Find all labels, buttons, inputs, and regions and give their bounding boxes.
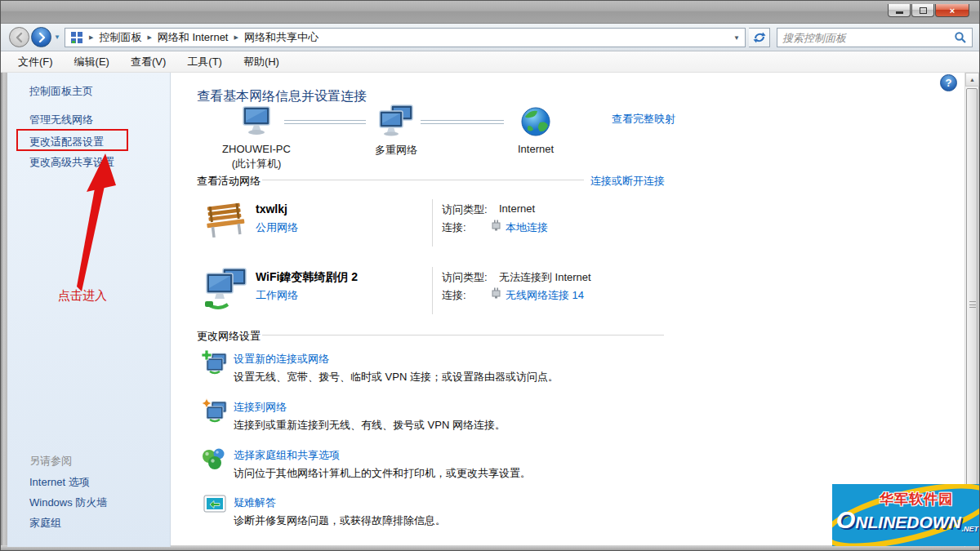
vertical-scrollbar[interactable]: ▲ ▼ <box>964 73 978 547</box>
ethernet-plug-icon <box>491 219 501 232</box>
troubleshoot-icon <box>203 494 226 515</box>
multi-network-icon[interactable] <box>376 104 416 140</box>
homegroup-icon <box>200 446 228 472</box>
search-box <box>777 28 973 47</box>
network-category-link[interactable]: 工作网络 <box>256 288 298 303</box>
minimize-icon <box>896 11 903 14</box>
homegroup-options-link[interactable]: 选择家庭组和共享选项 <box>234 448 340 463</box>
troubleshoot-desc: 诊断并修复网络问题，或获得故障排除信息。 <box>234 513 446 528</box>
page-title: 查看基本网络信息并设置连接 <box>197 88 367 105</box>
menu-edit[interactable]: 编辑(E) <box>67 55 117 69</box>
work-network-computers-icon <box>203 267 251 313</box>
onlinedown-watermark: 华军软件园 ONLINEDOWN .NET <box>832 484 980 546</box>
watermark-big-o: O <box>836 506 855 533</box>
annotation-label: 点击进入 <box>58 288 107 304</box>
scroll-up-button[interactable]: ▲ <box>965 73 979 87</box>
computer-sub-label: (此计算机) <box>212 157 301 171</box>
close-button[interactable]: × <box>935 4 969 17</box>
sidebar-item-internet-options[interactable]: Internet 选项 <box>29 475 90 490</box>
sidebar-item-manage-wireless[interactable]: 管理无线网络 <box>29 113 93 127</box>
annotation-highlight-box <box>16 129 128 151</box>
setup-new-connection-link[interactable]: 设置新的连接或网络 <box>234 352 329 367</box>
minimize-button[interactable] <box>888 4 911 17</box>
section-divider <box>262 180 584 180</box>
back-arrow-icon <box>14 32 25 43</box>
network-category-link[interactable]: 公用网络 <box>256 220 298 235</box>
access-type-value: Internet <box>499 202 535 215</box>
this-computer-icon[interactable] <box>239 104 274 139</box>
window-titlebar[interactable]: × <box>1 1 979 24</box>
search-input[interactable] <box>782 32 954 44</box>
menu-tools[interactable]: 工具(T) <box>180 55 229 69</box>
column-divider <box>432 199 433 247</box>
active-networks-header: 查看活动网络 <box>197 174 261 189</box>
access-type-label: 访问类型: <box>442 270 488 285</box>
connection-label: 连接: <box>442 220 466 235</box>
column-divider <box>432 267 433 314</box>
public-network-bench-icon <box>202 199 249 243</box>
map-connection-line <box>421 120 504 124</box>
window-controls: × <box>887 4 969 17</box>
menu-view[interactable]: 查看(V) <box>123 55 173 69</box>
address-bar[interactable]: ▶ 控制面板 ▶ 网络和 Internet ▶ 网络和共享中心 ▼ <box>65 28 746 47</box>
sidebar-item-homegroup[interactable]: 家庭组 <box>29 516 61 531</box>
forward-button[interactable] <box>31 27 51 47</box>
breadcrumb-separator-icon: ▶ <box>147 34 151 41</box>
network-sharing-center-window: × ▼ ▶ 控制面板 ▶ 网络和 Internet ▶ 网络和共享中心 ▼ <box>0 0 980 551</box>
connect-to-network-desc: 连接到或重新连接到无线、有线、拨号或 VPN 网络连接。 <box>234 418 506 433</box>
full-map-link[interactable]: 查看完整映射 <box>612 112 675 127</box>
maximize-button[interactable] <box>911 4 934 17</box>
menu-help[interactable]: 帮助(H) <box>236 55 287 69</box>
change-settings-header: 更改网络设置 <box>197 329 261 344</box>
maximize-icon <box>920 7 927 14</box>
breadcrumb-separator-icon: ▶ <box>89 34 93 41</box>
menu-file[interactable]: 文件(F) <box>11 55 60 69</box>
sidebar-item-advanced-sharing[interactable]: 更改高级共享设置 <box>29 155 114 170</box>
breadcrumb-separator-icon: ▶ <box>234 34 238 41</box>
connection-label: 连接: <box>442 288 466 303</box>
scrollbar-thumb[interactable] <box>966 88 978 521</box>
local-connection-link[interactable]: 本地连接 <box>506 220 548 235</box>
internet-globe-icon[interactable] <box>520 106 551 137</box>
homegroup-options-desc: 访问位于其他网络计算机上的文件和打印机，或更改共享设置。 <box>234 466 531 481</box>
scrollbar-grip <box>969 301 976 308</box>
search-icon[interactable] <box>954 31 967 44</box>
sidebar-item-windows-firewall[interactable]: Windows 防火墙 <box>29 495 107 510</box>
connect-to-network-icon <box>202 398 228 423</box>
refresh-button[interactable] <box>749 28 770 47</box>
breadcrumb-network-internet[interactable]: 网络和 Internet <box>158 30 229 45</box>
internet-label: Internet <box>491 143 581 155</box>
watermark-logo-text: ONLINEDOWN <box>836 506 961 534</box>
refresh-icon <box>753 31 766 44</box>
address-dropdown-icon[interactable]: ▼ <box>733 34 740 42</box>
access-type-label: 访问类型: <box>442 202 488 217</box>
network-name: WiFi鍏变韩绮剧仴 2 <box>256 270 358 285</box>
back-button[interactable] <box>9 27 29 47</box>
breadcrumb-network-sharing-center[interactable]: 网络和共享中心 <box>244 30 318 45</box>
troubleshoot-link[interactable]: 疑难解答 <box>234 495 276 510</box>
menu-bar: 文件(F) 编辑(E) 查看(V) 工具(T) 帮助(H) <box>1 51 979 73</box>
map-connection-line <box>284 120 366 124</box>
wireless-connection-link[interactable]: 无线网络连接 14 <box>506 288 584 303</box>
access-type-value: 无法连接到 Internet <box>499 270 591 285</box>
ethernet-plug-icon <box>491 287 501 300</box>
network-name: txwlkj <box>256 202 287 216</box>
help-button[interactable]: ? <box>940 74 957 91</box>
sidebar-item-control-panel-home[interactable]: 控制面板主页 <box>29 84 93 99</box>
new-connection-icon <box>202 350 228 375</box>
breadcrumb-control-panel[interactable]: 控制面板 <box>99 30 141 45</box>
computer-name-label: ZHOUWEI-PC <box>212 143 301 155</box>
see-also-header: 另请参阅 <box>29 454 72 469</box>
watermark-onlinedown: NLINEDOWN <box>855 513 961 531</box>
watermark-net-suffix: .NET <box>961 525 978 533</box>
forward-arrow-icon <box>36 32 47 43</box>
connect-disconnect-link[interactable]: 连接或断开连接 <box>590 174 665 189</box>
scroll-up-icon: ▲ <box>969 77 975 82</box>
navigation-toolbar: ▼ ▶ 控制面板 ▶ 网络和 Internet ▶ 网络和共享中心 ▼ <box>1 24 979 51</box>
connect-to-network-link[interactable]: 连接到网络 <box>234 400 287 415</box>
close-icon: × <box>950 6 955 16</box>
control-panel-icon <box>70 31 83 44</box>
window-frame-left <box>1 73 7 550</box>
recent-pages-dropdown[interactable]: ▼ <box>54 33 60 41</box>
setup-new-connection-desc: 设置无线、宽带、拨号、临时或 VPN 连接；或设置路由器或访问点。 <box>234 370 559 384</box>
